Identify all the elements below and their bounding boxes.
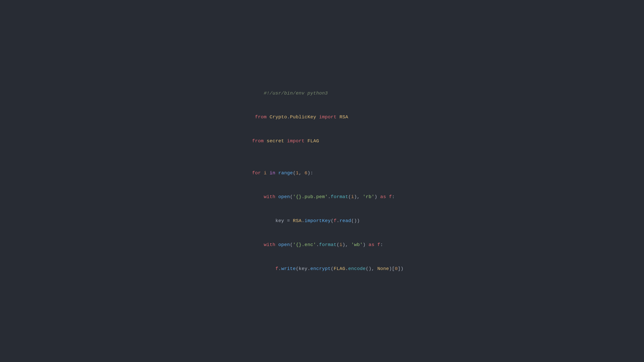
code-block: #!/usr/bin/env python3 from Crypto.Publi… [227,71,417,291]
blank-line [240,153,404,161]
line-for: for i in range(1, 6): [240,161,404,185]
line-with2: with open('{}.enc'.format(i), 'wb') as f… [240,233,404,257]
line-write: f.write(key.encrypt(FLAG.encode(), None)… [240,257,404,281]
line-shebang: #!/usr/bin/env python3 [240,81,404,105]
line-with1: with open('{}.pub.pem'.format(i), 'rb') … [240,185,404,209]
line-import2: from secret import FLAG [240,129,404,153]
line-key-assign: key = RSA.importKey(f.read()) [240,209,404,233]
line-import1: from Crypto.PublicKey import RSA [240,105,404,129]
